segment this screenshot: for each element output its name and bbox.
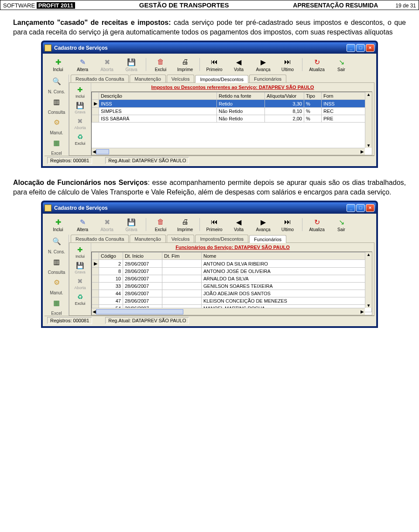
search-icon[interactable]: 🔍 — [50, 75, 63, 87]
page-number: 19 de 31 — [395, 3, 416, 9]
ncons-label: N. Cons. — [48, 249, 65, 254]
table-row[interactable]: 1028/06/2007ARNALDO DA SILVA — [92, 275, 372, 283]
table-row[interactable]: 3328/06/2007GENILSON SOARES TEIXEIRA — [92, 283, 372, 290]
minimize-button[interactable]: _ — [347, 204, 355, 212]
grid-vscroll[interactable]: ▲▼ — [365, 92, 372, 148]
inner-aborta-button: ✖Aborta — [74, 117, 86, 130]
titlebar[interactable]: Cadastro de Serviços _ □ × — [43, 42, 376, 54]
first-icon: ⏮ — [210, 57, 219, 67]
col-dtfim[interactable]: Dt. Fim — [162, 252, 202, 260]
main-toolbar: ✚Inclui ✎Altera ✖Aborta 💾Grava 🗑Exclui 🖨… — [45, 55, 374, 75]
table-row[interactable]: 828/06/2007ANTONIO JOSÉ DE OLIVEIRA — [92, 268, 372, 275]
tab-resultado[interactable]: Resultado da Consulta — [71, 235, 129, 242]
tab-funcionarios[interactable]: Funcionários — [249, 75, 286, 82]
table-row[interactable]: 4428/06/2007JOÃO ADEJAIR DOS SANTOS — [92, 290, 372, 297]
volta-button[interactable]: ◀Volta — [228, 217, 250, 232]
tabstrip: Resultado da Consulta Manutenção Veículo… — [69, 75, 374, 83]
inner-inclui-button[interactable]: ✚Inclui — [76, 85, 85, 99]
ultimo-button[interactable]: ⏭Ultimo — [277, 57, 299, 72]
col-descricao[interactable]: Descrição — [99, 92, 217, 100]
grid-vscroll[interactable]: ▲▼ — [365, 252, 372, 308]
sair-button[interactable]: ↘Sair — [330, 217, 352, 232]
table-row[interactable]: ▶228/06/2007ANTONIO DA SILVA RIBEIRO — [92, 260, 372, 268]
inclui-button[interactable]: ✚Inclui — [47, 217, 69, 232]
maximize-button[interactable]: □ — [356, 204, 365, 212]
gear-icon[interactable]: ⚙ — [50, 116, 63, 128]
search-icon[interactable]: 🔍 — [50, 235, 63, 247]
tab-veiculos[interactable]: Veículos — [167, 75, 195, 82]
exclui-button[interactable]: 🗑Exclui — [150, 57, 172, 72]
inner-exclui-button[interactable]: ♻Exclui — [75, 293, 85, 306]
sair-button[interactable]: ↘Sair — [330, 57, 352, 72]
grava-button: 💾Grava — [120, 217, 142, 232]
sheet-icon[interactable]: ▥ — [50, 256, 63, 267]
gear-icon[interactable]: ⚙ — [50, 276, 63, 288]
inner-inclui-button[interactable]: ✚Inclui — [76, 246, 85, 259]
tab-manutencao[interactable]: Manutenção — [130, 75, 166, 82]
col-codigo[interactable]: Código — [99, 252, 123, 260]
inner-exclui-button[interactable]: ♻Exclui — [75, 133, 85, 146]
minimize-button[interactable]: _ — [347, 44, 355, 52]
save-icon: 💾 — [76, 261, 84, 270]
atualiza-button[interactable]: ↻Atualiza — [306, 57, 328, 72]
avanca-button[interactable]: ▶Avança — [252, 57, 274, 72]
excel-icon[interactable]: ▦ — [50, 297, 63, 308]
atualiza-button[interactable]: ↻Atualiza — [306, 217, 328, 232]
section1-text: Lançamento "casado" de receitas e impost… — [13, 18, 406, 37]
col-tipo[interactable]: Tipo — [304, 92, 322, 100]
col-dtinicio[interactable]: Dt. Inicio — [123, 252, 162, 260]
table-row[interactable]: 4728/06/2007KLEISON CONCEIÇÃO DE MENEZES — [92, 297, 372, 305]
tab-funcionarios[interactable]: Funcionários — [249, 235, 286, 243]
volta-button[interactable]: ◀Volta — [228, 57, 250, 72]
section2-text: Alocação de Funcionários nos Serviços: e… — [13, 178, 406, 197]
ncons-label: N. Cons. — [48, 89, 65, 94]
tab-resultado[interactable]: Resultado da Consulta — [71, 75, 129, 82]
left-sidebar: 🔍 N. Cons. ▥ Consulta ⚙ Manut. ▦ Excel — [45, 235, 69, 316]
grid-hscroll[interactable]: ◀▶ — [92, 308, 365, 315]
excel-icon[interactable]: ▦ — [50, 137, 63, 148]
table-row[interactable]: SIMPLES Não Retido 8,10 % REC — [92, 108, 372, 115]
consulta-label: Consulta — [48, 110, 65, 115]
plus-icon: ✚ — [76, 246, 84, 254]
tab-impostos[interactable]: Impostos/Descontos — [195, 235, 248, 242]
col-retido[interactable]: Retido na fonte — [217, 92, 265, 100]
grid-hscroll[interactable]: ◀▶ — [92, 148, 365, 155]
col-aliquota[interactable]: Alíquota/Valor — [265, 92, 304, 100]
sheet-icon[interactable]: ▥ — [50, 96, 63, 107]
grid-header: Descrição Retido na fonte Alíquota/Valor… — [92, 92, 372, 100]
tab-veiculos[interactable]: Veículos — [167, 235, 195, 242]
plus-icon: ✚ — [53, 57, 63, 67]
window-cadastro-servicos-1: Cadastro de Serviços _ □ × ✚Inclui ✎Alte… — [41, 41, 378, 167]
exclui-button[interactable]: 🗑Exclui — [150, 217, 172, 232]
section1-heading: Lançamento "casado" de receitas e impost… — [13, 19, 171, 26]
table-row[interactable]: ISS SABARÁ Não Retido 2,00 % PRE — [92, 115, 372, 123]
titlebar[interactable]: Cadastro de Serviços _ □ × — [43, 202, 376, 214]
close-button[interactable]: × — [366, 204, 374, 212]
app-icon — [45, 205, 52, 211]
close-button[interactable]: × — [366, 44, 374, 52]
col-nome[interactable]: Nome — [202, 252, 372, 260]
funcionarios-grid[interactable]: Código Dt. Inicio Dt. Fim Nome ▶228/06/2… — [91, 252, 372, 315]
maximize-button[interactable]: □ — [356, 44, 365, 52]
imprime-button[interactable]: 🖨Imprime — [174, 57, 196, 72]
abort-icon: ✖ — [102, 217, 112, 227]
imprime-button[interactable]: 🖨Imprime — [174, 217, 196, 232]
tab-manutencao[interactable]: Manutenção — [130, 235, 166, 242]
tab-impostos[interactable]: Impostos/Descontos — [195, 75, 248, 83]
primeiro-button[interactable]: ⏮Primeiro — [203, 217, 225, 232]
status-regatual: Reg.Atual: DATAPREV SÃO PAULO — [105, 317, 189, 324]
col-forn[interactable]: Forn — [322, 92, 372, 100]
ultimo-button[interactable]: ⏭Ultimo — [277, 217, 299, 232]
altera-button[interactable]: ✎Altera — [72, 217, 93, 232]
table-row[interactable]: ▶ INSS Retido 3,30 % INSS — [92, 100, 372, 108]
window-title: Cadastro de Serviços — [54, 205, 108, 211]
avanca-button[interactable]: ▶Avança — [252, 217, 274, 232]
tabstrip: Resultado da Consulta Manutenção Veículo… — [69, 235, 374, 243]
altera-button[interactable]: ✎Altera — [72, 57, 93, 72]
primeiro-button[interactable]: ⏮Primeiro — [203, 57, 225, 72]
window-cadastro-servicos-2: Cadastro de Serviços _ □ × ✚Inclui ✎Alte… — [41, 201, 378, 327]
status-registros: Registros: 000081 — [47, 157, 92, 164]
inclui-button[interactable]: ✚Inclui — [47, 57, 69, 72]
impostos-grid[interactable]: Descrição Retido na fonte Alíquota/Valor… — [91, 92, 372, 155]
consulta-label: Consulta — [48, 270, 65, 275]
